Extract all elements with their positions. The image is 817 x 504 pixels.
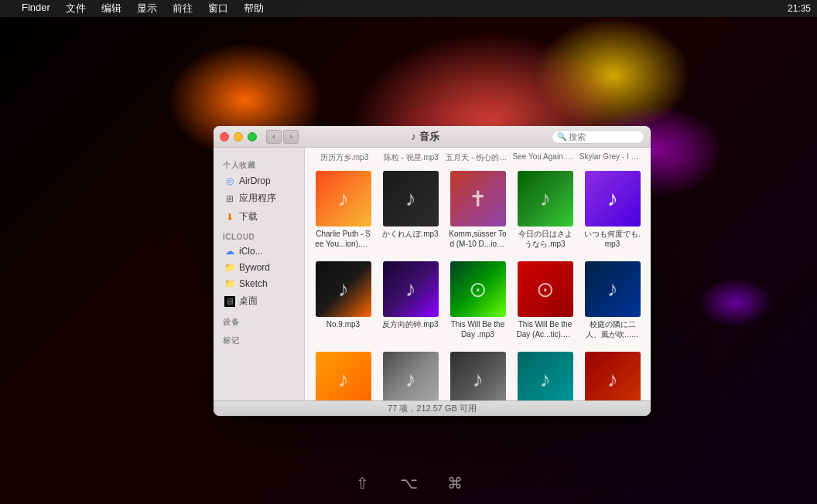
col-header-0: 历历万乡.mp3: [313, 152, 376, 163]
sidebar-label-download: 下载: [239, 210, 258, 223]
back-button[interactable]: ‹: [266, 130, 282, 144]
sidebar-label-icloud: iClo...: [239, 246, 263, 257]
file-name: いつも何度でも.mp3: [583, 229, 641, 249]
close-button[interactable]: [220, 132, 229, 141]
title-icon: ♪: [411, 131, 416, 142]
sidebar-label-sketch: Sketch: [239, 278, 268, 289]
window-title: ♪ 音乐: [303, 130, 547, 144]
folder-icon-byword: 📁: [224, 262, 235, 273]
album-art-image: ♪: [585, 171, 641, 226]
sidebar: 个人收藏 ◎ AirDrop ⊞ 应用程序 ⬇ 下载 iCloud ☁ iC: [214, 148, 305, 400]
menu-help[interactable]: 帮助: [238, 2, 270, 15]
list-item[interactable]: ♪ かくれんぼ.mp3: [380, 168, 441, 252]
menu-file[interactable]: 文件: [60, 2, 92, 15]
maximize-button[interactable]: [248, 132, 257, 141]
menubar: Finder 文件 编辑 显示 前往 窗口 帮助 21:35: [0, 0, 817, 17]
sidebar-section-personal: 个人收藏: [214, 154, 304, 172]
sidebar-item-sketch[interactable]: 📁 Sketch: [217, 276, 301, 291]
minimize-button[interactable]: [234, 132, 243, 141]
file-name: Komm,süsser Tod (M-10 D...ion).mp3: [449, 229, 507, 249]
sidebar-item-icloud[interactable]: ☁ iClo...: [217, 243, 301, 259]
search-icon: 🔍: [557, 132, 566, 141]
file-name: This Will Be the Day .mp3: [449, 319, 507, 339]
menu-go[interactable]: 前往: [166, 2, 199, 15]
album-art: ♪: [585, 171, 641, 226]
sidebar-item-apps[interactable]: ⊞ 应用程序: [217, 189, 301, 207]
desktop-icon: 🖥: [224, 296, 235, 307]
sidebar-section-tags: 标记: [214, 329, 304, 348]
list-item[interactable]: ♪ 反方向的钟.mp3: [380, 258, 441, 342]
status-text: 77 项，212.57 GB 可用: [388, 403, 477, 414]
menubar-items: Finder 文件 编辑 显示 前往 窗口 帮助: [15, 2, 270, 15]
album-art: ⊙: [450, 261, 506, 317]
list-item[interactable]: ♪ Charlie Puth - See You...ion).mp3: [313, 168, 374, 252]
album-art: ♪: [518, 352, 573, 400]
list-item[interactable]: ♪ 21Guns.mp3: [313, 349, 374, 400]
file-name: 校庭の隣に二人、風が吹...かな.mp3: [583, 319, 641, 339]
list-item[interactable]: ♪ いつも何度でも.mp3: [582, 168, 643, 252]
menubar-right: 21:35: [788, 3, 817, 14]
album-art-image: ✝: [450, 171, 506, 226]
dock-icon-shift[interactable]: ⇧: [350, 472, 374, 495]
apps-icon: ⊞: [224, 193, 235, 204]
forward-button[interactable]: ›: [283, 130, 299, 144]
file-name: 今日の日はさようなら.mp3: [516, 229, 574, 249]
menu-window[interactable]: 窗口: [202, 2, 234, 15]
folder-icon-sketch: 📁: [224, 278, 235, 289]
list-item[interactable]: ♪ 今日の日はさようなら.mp3: [514, 168, 576, 252]
album-art-image: ♪: [585, 261, 641, 317]
search-input[interactable]: [569, 132, 639, 141]
menu-finder[interactable]: Finder: [15, 2, 56, 15]
list-item[interactable]: ♪ 温柔-Digi.mp3: [447, 349, 508, 400]
album-art: ♪: [585, 352, 641, 400]
col-header-4: Skylar Grey - I Will Return.mp3: [579, 152, 643, 163]
album-art-image: ♪: [518, 352, 573, 400]
album-art-image: ♪: [383, 171, 439, 226]
list-item[interactable]: ♪ 校庭の隣に二人、風が吹...かな.mp3: [514, 349, 576, 400]
album-art-image: ♪: [450, 352, 506, 400]
desktop: Finder 文件 编辑 显示 前往 窗口 帮助 21:35 ‹ › ♪ 音乐: [0, 0, 817, 504]
sidebar-item-desktop[interactable]: 🖥 桌面: [217, 292, 301, 310]
list-item[interactable]: ♪ No.9.mp3: [313, 258, 374, 342]
dock-icon-option[interactable]: ⌥: [397, 472, 420, 495]
list-item[interactable]: ✝ Komm,süsser Tod (M-10 D...ion).mp3: [447, 168, 508, 252]
album-art: ♪: [383, 352, 439, 400]
menu-time: 21:35: [788, 3, 811, 14]
album-art: ♪: [316, 171, 371, 226]
file-name: No.9.mp3: [326, 319, 360, 329]
cloud-icon: ☁: [224, 246, 235, 257]
menu-view[interactable]: 显示: [131, 2, 163, 15]
sidebar-item-airdrop[interactable]: ◎ AirDrop: [217, 173, 301, 189]
file-name: This Will Be the Day (Ac...tic).mp3: [516, 319, 574, 339]
list-item[interactable]: ♪ EGOIST - 名前のない怪物.mp3: [582, 349, 643, 400]
album-art-image: ♪: [383, 261, 439, 317]
column-headers: 历历万乡.mp3 陈粒 - 祝星.mp3 五月天 - 伤心的人别听慢歌.mp3 …: [311, 152, 644, 163]
file-name: Charlie Puth - See You...ion).mp3: [314, 229, 372, 249]
album-art-image: ♪: [383, 352, 439, 400]
menu-edit[interactable]: 编辑: [95, 2, 128, 15]
list-item[interactable]: ♪ 校庭の隣に二人、風が吹...かな.mp3: [582, 258, 643, 342]
finder-window: ‹ › ♪ 音乐 🔍 个人收藏 ◎ AirDrop: [214, 126, 651, 416]
list-item[interactable]: ⊙ This Will Be the Day .mp3: [447, 258, 508, 342]
sidebar-label-byword: Byword: [239, 262, 270, 273]
window-body: 个人收藏 ◎ AirDrop ⊞ 应用程序 ⬇ 下载 iCloud ☁ iC: [214, 148, 651, 400]
sidebar-label-apps: 应用程序: [239, 192, 276, 205]
sidebar-item-download[interactable]: ⬇ 下载: [217, 208, 301, 226]
album-art: ♪: [316, 352, 371, 400]
album-art-image: ⊙: [518, 261, 573, 317]
album-art: ⊙: [518, 261, 573, 317]
list-item[interactable]: ♪ Love Story.mp3: [380, 349, 441, 400]
list-item[interactable]: ⊙ This Will Be the Day (Ac...tic).mp3: [514, 258, 576, 342]
dock-icon-command[interactable]: ⌘: [443, 472, 467, 495]
col-header-1: 陈粒 - 祝星.mp3: [379, 152, 443, 163]
nav-buttons: ‹ ›: [266, 130, 299, 144]
download-icon: ⬇: [224, 212, 235, 223]
dock-area: ⇧ ⌥ ⌘: [0, 465, 817, 504]
sidebar-label-airdrop: AirDrop: [239, 175, 271, 186]
file-name: 反方向的钟.mp3: [382, 319, 438, 329]
sidebar-item-byword[interactable]: 📁 Byword: [217, 260, 301, 275]
file-name: かくれんぼ.mp3: [382, 229, 438, 239]
album-art-image: ⊙: [450, 261, 506, 317]
search-bar[interactable]: 🔍: [552, 130, 644, 144]
sidebar-label-desktop: 桌面: [239, 295, 258, 308]
